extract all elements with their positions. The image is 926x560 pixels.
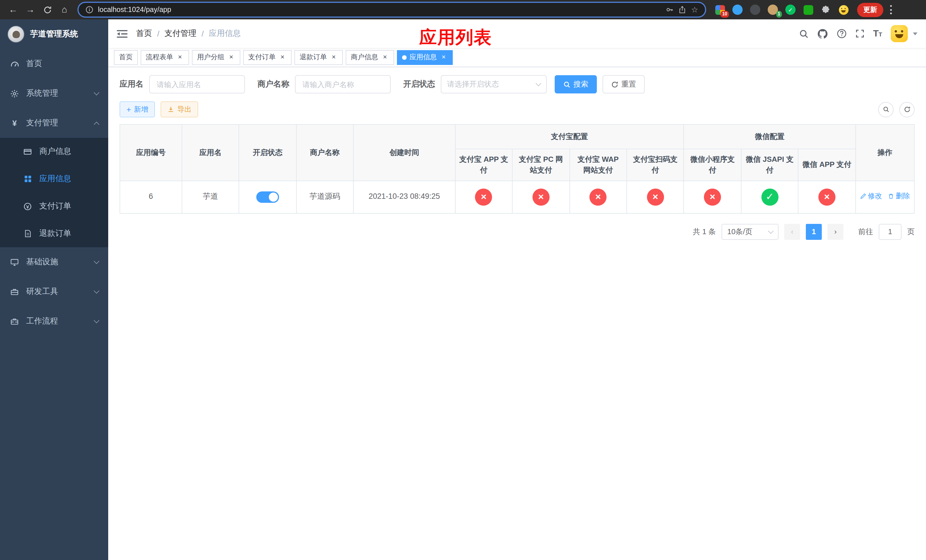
merchant-name-input[interactable] [295,75,391,94]
tab-refund-order[interactable]: 退款订单× [294,50,343,65]
toggle-search-icon[interactable] [878,102,894,117]
tab-merchant-info[interactable]: 商户信息× [346,50,394,65]
browser-menu-icon[interactable] [890,5,893,14]
tab-home[interactable]: 首页 [114,50,138,65]
cell-created: 2021-10-23 08:49:25 [353,180,455,213]
extension-blue-icon[interactable] [732,4,743,15]
sidebar-item-infra[interactable]: 基础设施 [0,247,108,277]
sidebar-item-dev-tools[interactable]: 研发工具 [0,277,108,306]
wx-mini-status-icon: × [704,188,721,205]
forward-icon[interactable]: → [23,2,38,17]
chevron-down-icon [94,90,99,95]
sidebar-item-label: 首页 [26,59,42,69]
page-number-button[interactable]: 1 [806,224,822,239]
close-icon[interactable]: × [227,53,235,61]
extensions-puzzle-icon[interactable] [820,4,831,15]
collapse-sidebar-icon[interactable] [117,29,127,38]
extension-colorful-icon[interactable]: 10 [714,4,726,15]
prev-page-button[interactable]: ‹ [784,224,800,239]
delete-button[interactable]: 删除 [888,191,910,202]
browser-toolbar: ← → ⌂ localhost:1024/pay/app ☆ 10 1 ✓ [0,0,926,20]
sidebar-item-payment[interactable]: ¥ 支付管理 [0,108,108,138]
sidebar-item-app-info[interactable]: 应用信息 [0,165,108,192]
back-icon[interactable]: ← [6,2,21,17]
refresh-icon[interactable] [899,102,915,117]
tab-label: 支付订单 [248,52,275,62]
total-count: 共 1 条 [693,227,716,237]
extension-dark-icon[interactable] [749,4,761,15]
close-icon[interactable]: × [381,53,389,61]
address-bar[interactable]: localhost:1024/pay/app ☆ [79,3,705,17]
sidebar-item-home[interactable]: 首页 [0,49,108,79]
toolbar-right [878,102,915,117]
sidebar-item-merchant-info[interactable]: 商户信息 [0,138,108,165]
cell-app-id: 6 [120,180,182,213]
cell-actions: 修改 删除 [855,180,914,213]
sidebar-menu: 首页 系统管理 ¥ 支付管理 [0,49,108,336]
next-page-button[interactable]: › [828,224,843,239]
refund-doc-icon [23,230,32,238]
fullscreen-icon[interactable] [855,29,864,38]
reload-icon[interactable] [40,2,54,17]
key-icon[interactable] [666,6,674,14]
status-label: 开启状态 [403,79,435,89]
extensions-row: 10 1 ✓ [714,4,849,15]
col-header-wx-app: 微信 APP 支付 [799,149,856,180]
share-icon[interactable] [679,6,687,14]
extension-check-icon[interactable]: ✓ [785,4,796,15]
goto-page-input[interactable] [879,224,902,239]
close-icon[interactable]: × [278,53,286,61]
export-button[interactable]: 导出 [160,101,198,117]
app-logo[interactable]: 芋道管理系统 [0,20,108,49]
extension-green-icon[interactable] [802,4,814,15]
app-name-input[interactable] [149,75,245,94]
url-text[interactable]: localhost:1024/pay/app [98,6,171,14]
browser-update-button[interactable]: 更新 [857,3,883,17]
extension-emoji-icon[interactable] [838,4,849,15]
edit-label: 修改 [868,191,882,202]
status-select[interactable]: 请选择开启状态 [441,75,547,94]
home-icon[interactable]: ⌂ [57,2,72,17]
help-icon[interactable] [837,29,847,39]
payment-submenu: 商户信息 应用信息 支付订单 [0,138,108,247]
sidebar-item-label: 工作流程 [26,316,58,327]
sidebar-item-system[interactable]: 系统管理 [0,79,108,108]
font-size-icon[interactable]: TT [873,29,882,39]
add-button-label: 新增 [134,104,148,114]
tab-app-info[interactable]: 应用信息× [397,50,453,65]
close-icon[interactable]: × [440,53,448,61]
info-icon[interactable] [85,6,94,14]
tab-pay-order[interactable]: 支付订单× [243,50,292,65]
github-icon[interactable] [817,28,828,39]
col-header-alipay-app: 支付宝 APP 支付 [455,149,512,180]
pay-order-icon [23,202,32,210]
page-size-select[interactable]: 10条/页 [722,224,779,239]
search-button[interactable]: 搜索 [555,75,597,94]
breadcrumb-current: 应用信息 [209,29,241,39]
tab-user-group[interactable]: 用户分组× [192,50,240,65]
sidebar-item-refund-order[interactable]: 退款订单 [0,220,108,247]
sidebar-item-label: 基础设施 [26,257,58,267]
add-button[interactable]: + 新增 [120,101,155,117]
sidebar-item-workflow[interactable]: 工作流程 [0,306,108,336]
reset-button[interactable]: 重置 [602,75,645,94]
edit-button[interactable]: 修改 [860,191,882,202]
tab-process-form[interactable]: 流程表单× [141,50,189,65]
bookmark-star-icon[interactable]: ☆ [691,5,698,14]
close-icon[interactable]: × [330,53,338,61]
tab-label: 用户分组 [197,52,224,62]
breadcrumb-home[interactable]: 首页 [136,29,152,39]
cell-status [239,180,296,213]
search-icon[interactable] [799,29,809,38]
search-button-label: 搜索 [573,79,588,89]
col-header-merchant: 商户名称 [296,124,353,180]
status-switch[interactable] [256,191,279,203]
extension-avatar-icon[interactable]: 1 [767,4,779,15]
caret-down-icon[interactable] [913,32,917,35]
col-header-created: 创建时间 [353,124,455,180]
close-icon[interactable]: × [176,53,184,61]
alipay-app-status-icon: × [475,188,492,205]
user-avatar[interactable] [891,25,908,42]
breadcrumb-section[interactable]: 支付管理 [165,29,197,39]
sidebar-item-pay-order[interactable]: 支付订单 [0,192,108,220]
